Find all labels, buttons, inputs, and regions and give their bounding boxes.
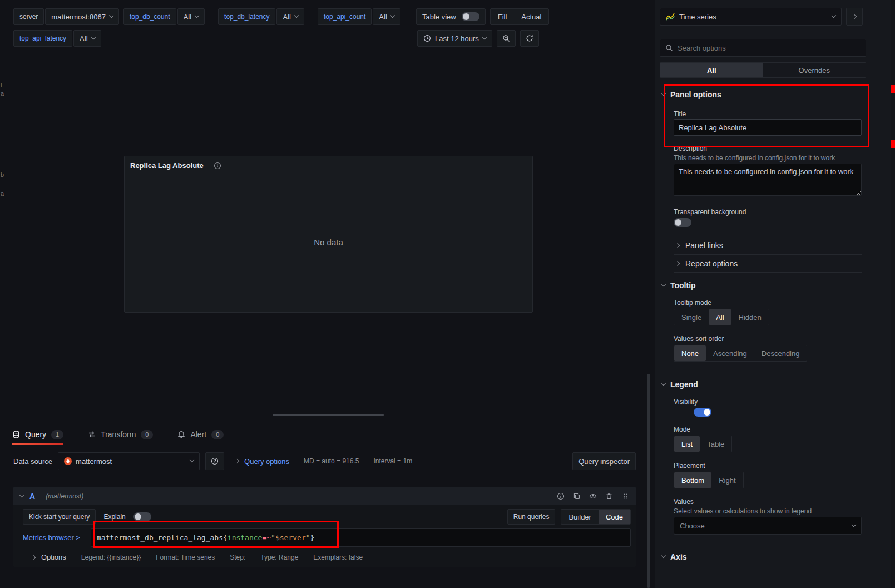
datasource-help-button[interactable] [205, 452, 224, 470]
trash-icon[interactable] [605, 492, 613, 500]
fill-button[interactable]: Fill [491, 9, 515, 24]
tab-query[interactable]: Query 1 [12, 424, 63, 445]
legend-visibility-switch[interactable] [694, 408, 711, 417]
options-toggle[interactable]: Options [41, 553, 66, 561]
section-title: Panel options [670, 90, 721, 99]
chevron-down-icon [832, 13, 836, 18]
option-format: Format: Time series [156, 554, 215, 561]
placement-right[interactable]: Right [711, 472, 743, 488]
legend-mode-label: Mode [674, 426, 690, 433]
tooltip-section-header[interactable]: Tooltip [662, 281, 696, 290]
tooltip-mode-single[interactable]: Single [674, 309, 709, 325]
panel-title-input[interactable] [674, 119, 862, 136]
builder-code-segment: Builder Code [561, 509, 631, 525]
tab-alert[interactable]: Alert 0 [177, 424, 224, 445]
panel-header[interactable]: Replica Lag Absolute [125, 156, 532, 175]
chevron-right-icon [852, 14, 857, 19]
placement-bottom[interactable]: Bottom [674, 472, 711, 488]
variable-value-top-api-count[interactable]: All [373, 8, 400, 25]
tab-transform[interactable]: Transform 0 [88, 424, 153, 445]
variable-value-top-api-latency[interactable]: All [73, 30, 101, 47]
code-button[interactable]: Code [599, 510, 630, 524]
legend-section-header[interactable]: Legend [662, 380, 698, 389]
query-options-toggle[interactable]: Query options [244, 457, 289, 466]
options-search [660, 39, 866, 57]
tab-count-badge: 0 [211, 430, 224, 439]
panel-options-section-header[interactable]: Panel options [662, 90, 721, 99]
tab-overrides[interactable]: Overrides [763, 63, 866, 77]
query-inspector-button[interactable]: Query inspector [572, 452, 636, 470]
option-step: Step: [230, 554, 245, 561]
no-data-message: No data [314, 238, 343, 247]
chevron-down-icon [190, 458, 194, 462]
visualization-picker[interactable]: Time series [660, 8, 842, 26]
builder-button[interactable]: Builder [561, 510, 598, 524]
kick-start-button[interactable]: Kick start your query [23, 509, 96, 525]
clipped-edge-text: a [1, 190, 4, 197]
option-type: Type: Range [260, 554, 298, 561]
tab-label: Query [25, 430, 46, 439]
bell-icon [177, 431, 185, 438]
variable-value-text: mattermost:8067 [51, 13, 106, 21]
table-view-switch[interactable] [462, 12, 479, 21]
promql-brace: } [310, 533, 315, 542]
eye-icon[interactable] [589, 492, 597, 500]
option-exemplars: Exemplars: false [313, 554, 363, 561]
axis-section-header[interactable]: Axis [662, 552, 687, 561]
sort-ascending[interactable]: Ascending [706, 345, 754, 361]
legend-values-select[interactable]: Choose [674, 517, 862, 535]
tooltip-mode-group: Single All Hidden [674, 309, 769, 325]
sidebar-scrollbar[interactable] [891, 0, 895, 588]
run-queries-button[interactable]: Run queries [507, 509, 556, 525]
query-row-actions [557, 492, 629, 500]
transparent-background-label: Transparent background [674, 208, 746, 216]
refresh-button[interactable] [520, 30, 539, 47]
variable-value-top-db-count[interactable]: All [177, 8, 205, 25]
legend-mode-list[interactable]: List [674, 436, 700, 452]
drag-handle-icon[interactable] [621, 492, 629, 500]
visualization-name: Time series [679, 13, 716, 21]
datasource-picker[interactable]: mattermost [58, 452, 200, 470]
sort-descending[interactable]: Descending [754, 345, 807, 361]
clipped-edge-text: b [1, 171, 4, 178]
variable-label-top-api-latency[interactable]: top_api_latency [13, 30, 72, 47]
legend-mode-table[interactable]: Table [700, 436, 731, 452]
panel-links-row[interactable]: Panel links [674, 236, 862, 254]
pane-resize-handle[interactable] [273, 414, 384, 416]
vertical-scrollbar[interactable] [647, 374, 650, 588]
tooltip-mode-all[interactable]: All [709, 309, 731, 325]
transparent-background-switch[interactable] [674, 218, 691, 227]
sort-none[interactable]: None [674, 345, 706, 361]
description-field-label: Description [674, 145, 707, 152]
repeat-options-row[interactable]: Repeat options [674, 254, 862, 273]
options-search-input[interactable] [678, 44, 861, 52]
query-row-datasource: (mattermost) [46, 492, 83, 500]
collapse-sidebar-button[interactable] [846, 8, 863, 26]
promql-input[interactable]: mattermost_db_replica_lag_abs{instance=~… [91, 528, 631, 547]
explain-switch[interactable] [133, 512, 151, 521]
panel-description-input[interactable]: This needs to be configured in config.js… [674, 164, 862, 196]
toggle-knob [675, 219, 681, 226]
panel-info-icon[interactable] [214, 162, 221, 170]
variable-value-server[interactable]: mattermost:8067 [45, 8, 119, 25]
info-circle-icon[interactable] [557, 492, 565, 500]
tooltip-mode-hidden[interactable]: Hidden [731, 309, 769, 325]
variable-value-top-db-latency[interactable]: All [276, 8, 304, 25]
variable-label-top-db-latency[interactable]: top_db_latency [218, 8, 275, 25]
actual-button[interactable]: Actual [514, 9, 548, 24]
zoom-out-button[interactable] [497, 30, 516, 47]
toggle-knob [463, 13, 469, 20]
title-field-label: Title [674, 110, 686, 118]
metrics-browser-link[interactable]: Metrics browser > [23, 533, 91, 542]
variable-label-top-db-count[interactable]: top_db_count [123, 8, 176, 25]
chevron-right-icon[interactable] [31, 555, 36, 559]
copy-icon[interactable] [573, 492, 581, 500]
variable-value-text: All [283, 13, 290, 21]
time-range-picker[interactable]: Last 12 hours [417, 30, 492, 47]
tab-all[interactable]: All [660, 63, 763, 77]
chevron-down-icon [390, 13, 395, 18]
query-row-header[interactable]: A (mattermost) [13, 487, 636, 505]
collapse-chevron-icon[interactable] [19, 492, 24, 497]
variable-label-server[interactable]: server [13, 8, 44, 25]
variable-label-top-api-count[interactable]: top_api_count [318, 8, 372, 25]
